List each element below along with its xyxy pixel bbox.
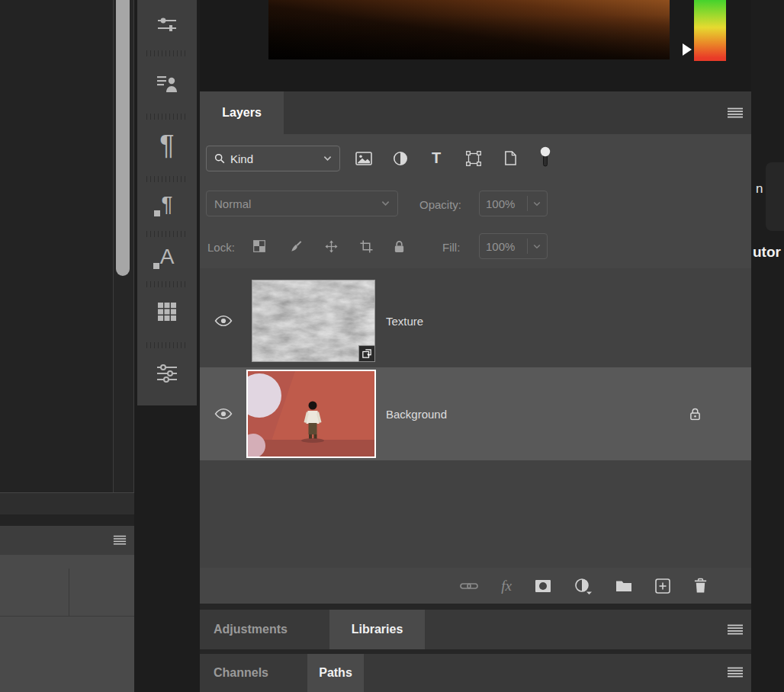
- lock-all-icon[interactable]: [394, 240, 405, 253]
- mixer-icon: [156, 15, 178, 34]
- grid-panel-button[interactable]: [137, 290, 197, 334]
- paragraph-styles-icon: ¶: [161, 194, 172, 215]
- paragraph-styles-panel-button[interactable]: ¶: [137, 183, 197, 226]
- tone-mixer-panel-button[interactable]: [137, 5, 197, 44]
- collapsed-panel-body: [0, 555, 134, 692]
- lock-label: Lock:: [207, 226, 235, 268]
- link-layers-icon[interactable]: [460, 581, 478, 591]
- tab-channels[interactable]: Channels: [214, 654, 268, 692]
- filter-kind-value: Kind: [230, 152, 253, 165]
- panel-grip-ticks: [146, 176, 188, 182]
- panel-grip-ticks: [146, 342, 188, 348]
- layers-action-bar: fx: [200, 568, 751, 604]
- smart-object-filter-icon[interactable]: [504, 151, 517, 165]
- lock-fill-row: Lock: Fill: 100%: [200, 226, 751, 268]
- opacity-label: Opacity:: [419, 183, 461, 226]
- layer-filter-row: Kind T: [200, 134, 751, 183]
- glyphs-icon: [156, 74, 178, 94]
- grid-icon: [157, 302, 177, 322]
- layer-style-fx-icon[interactable]: fx: [501, 578, 512, 594]
- type-layer-filter-icon[interactable]: T: [432, 149, 441, 167]
- panel-grip-ticks: [146, 50, 188, 56]
- panel-icon-strip: ¶ ¶ A: [137, 0, 197, 405]
- panel-divider: [0, 492, 134, 514]
- paragraph-panel-button[interactable]: ¶: [137, 122, 197, 169]
- tab-libraries[interactable]: Libraries: [329, 610, 425, 649]
- collapsed-panel-header: [0, 526, 134, 555]
- fill-dropdown[interactable]: 100%: [479, 233, 548, 259]
- layer-name: Texture: [386, 315, 423, 328]
- layer-name: Background: [386, 408, 447, 421]
- blend-mode-dropdown[interactable]: Normal: [206, 191, 398, 216]
- menu-icon[interactable]: [727, 107, 744, 118]
- add-layer-mask-icon[interactable]: [535, 579, 551, 593]
- color-gradient-bar: [694, 0, 726, 61]
- document-canvas: [200, 0, 751, 91]
- fill-label: Fill:: [442, 226, 460, 268]
- channels-paths-tab-bar: Channels Paths: [200, 654, 751, 692]
- layer-row-texture[interactable]: Texture: [200, 276, 751, 366]
- filter-kind-dropdown[interactable]: Kind: [206, 146, 340, 171]
- chevron-down-icon: [323, 155, 332, 162]
- chevron-down-icon: [533, 244, 541, 249]
- photoshop-workspace: ¶ ¶ A: [0, 0, 784, 692]
- visibility-eye-icon[interactable]: [214, 408, 233, 420]
- blend-opacity-row: Normal Opacity: 100%: [200, 183, 751, 226]
- dropdown-divider: [527, 196, 528, 211]
- glyphs-panel-button[interactable]: [137, 61, 197, 107]
- paragraph-icon: ¶: [159, 132, 174, 159]
- panel-grip-ticks: [146, 281, 188, 287]
- blend-mode-value: Normal: [214, 197, 251, 210]
- visibility-eye-icon[interactable]: [214, 315, 233, 327]
- menu-icon[interactable]: [727, 624, 744, 635]
- document-area-left: [0, 0, 134, 692]
- delete-layer-trash-icon[interactable]: [693, 578, 708, 594]
- adjustments-libraries-tab-bar: Adjustments Libraries: [200, 610, 751, 649]
- filter-toggle-icon[interactable]: [540, 146, 551, 168]
- search-icon: [214, 153, 225, 164]
- layer-list: Texture: [200, 268, 751, 568]
- gradient-arrow-icon: [683, 43, 692, 56]
- menu-icon[interactable]: [113, 535, 127, 545]
- pixel-layer-filter-icon[interactable]: [355, 152, 372, 165]
- clipped-text-fragment: n: [756, 181, 763, 197]
- shape-layer-filter-icon[interactable]: [466, 151, 481, 166]
- adjustment-layer-filter-icon[interactable]: [393, 151, 408, 166]
- new-adjustment-layer-icon[interactable]: [574, 578, 593, 594]
- opacity-dropdown[interactable]: 100%: [479, 191, 548, 216]
- panel-grip-ticks: [146, 231, 188, 237]
- new-layer-icon[interactable]: [655, 578, 670, 594]
- character-styles-icon: A: [160, 246, 175, 268]
- chevron-down-icon: [533, 201, 541, 207]
- tab-paths[interactable]: Paths: [307, 654, 364, 692]
- layers-panel: Layers Kind: [200, 91, 751, 604]
- layer-lock-badge-icon[interactable]: [689, 408, 701, 421]
- lock-transparency-icon[interactable]: [253, 240, 265, 252]
- properties-panel-button[interactable]: [137, 351, 197, 396]
- new-group-folder-icon[interactable]: [615, 579, 632, 592]
- layer-row-background[interactable]: Background: [200, 367, 751, 460]
- layers-tab-bar: Layers: [200, 91, 751, 134]
- tab-layers[interactable]: Layers: [200, 91, 284, 134]
- layer-thumbnail[interactable]: [252, 280, 375, 362]
- scrollbar-thumb[interactable]: [116, 0, 130, 276]
- fill-value: 100%: [486, 240, 515, 253]
- dropdown-divider: [527, 239, 528, 254]
- vertical-scrollbar[interactable]: [113, 0, 134, 492]
- panel-dock: Layers Kind: [200, 0, 751, 692]
- document-image: [268, 0, 670, 59]
- chevron-down-icon: [381, 200, 390, 207]
- menu-icon[interactable]: [727, 667, 744, 678]
- character-styles-panel-button[interactable]: A: [137, 238, 197, 276]
- lock-pixels-icon[interactable]: [290, 240, 303, 253]
- panel-grip-ticks: [146, 114, 188, 120]
- layer-thumbnail[interactable]: [246, 370, 376, 458]
- opacity-value: 100%: [486, 197, 515, 210]
- lock-artboard-icon[interactable]: [360, 240, 373, 253]
- cell-divider: [0, 616, 134, 617]
- tab-adjustments[interactable]: Adjustments: [214, 610, 288, 649]
- smart-filter-badge-icon: [358, 345, 375, 362]
- right-edge-strip: n utor: [751, 0, 784, 692]
- cell-divider: [69, 569, 69, 616]
- lock-position-icon[interactable]: [325, 240, 338, 253]
